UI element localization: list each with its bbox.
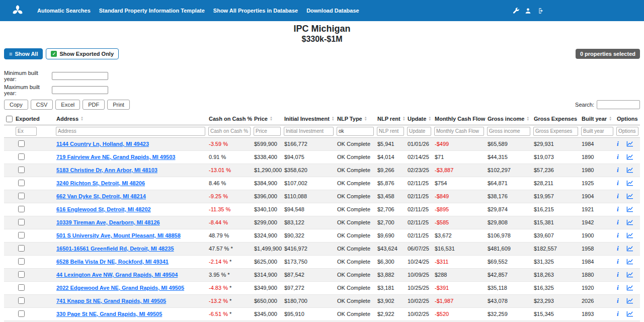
- row-checkbox[interactable]: [18, 245, 25, 252]
- filter-input-coc[interactable]: [208, 127, 251, 136]
- show-exported-only-button[interactable]: ✓ Show Exported Only: [46, 48, 119, 59]
- logout-icon[interactable]: [537, 8, 543, 14]
- info-icon[interactable]: i: [617, 298, 619, 304]
- chart-icon[interactable]: [626, 206, 633, 212]
- chart-icon[interactable]: [626, 298, 633, 304]
- row-checkbox[interactable]: [18, 193, 25, 199]
- row-checkbox[interactable]: [18, 284, 25, 291]
- sort-icon[interactable]: ▲▼: [80, 116, 84, 121]
- info-icon[interactable]: i: [617, 246, 619, 252]
- address-link[interactable]: 719 Fairview Ave NE, Grand Rapids, MI 49…: [56, 154, 175, 160]
- row-checkbox[interactable]: [18, 219, 25, 225]
- info-icon[interactable]: i: [617, 141, 619, 147]
- info-icon[interactable]: i: [617, 272, 619, 278]
- filter-input-address[interactable]: [56, 127, 205, 136]
- column-header-nlp_type[interactable]: NLP Type▲▼: [335, 113, 375, 125]
- search-input[interactable]: [597, 100, 640, 109]
- sort-icon[interactable]: ▲▼: [332, 116, 335, 121]
- column-header-update[interactable]: Update▲▼: [406, 113, 433, 125]
- copy-button[interactable]: Copy: [4, 100, 28, 110]
- chart-icon[interactable]: [626, 180, 633, 186]
- row-checkbox[interactable]: [18, 297, 25, 304]
- nav-item-standard-property-template[interactable]: Standard Property Information Template: [99, 8, 205, 14]
- column-header-options[interactable]: Options▲▼: [615, 113, 640, 125]
- column-header-nlp_rent[interactable]: NLP rent▲▼: [375, 113, 406, 125]
- row-checkbox[interactable]: [18, 167, 25, 173]
- address-link[interactable]: 662 Van Dyke St, Detroit, MI 48214: [56, 193, 146, 199]
- column-header-address[interactable]: Address▲▼: [54, 113, 207, 125]
- address-link[interactable]: 10339 Tireman Ave, Dearborn, MI 48126: [56, 219, 160, 225]
- chart-icon[interactable]: [626, 285, 633, 291]
- chart-icon[interactable]: [626, 259, 633, 265]
- filter-input-gross_expenses[interactable]: [533, 127, 578, 136]
- select-all-checkbox[interactable]: [6, 116, 13, 122]
- nav-item-automatic-searches[interactable]: Automatic Searches: [37, 8, 91, 14]
- chart-icon[interactable]: [626, 154, 633, 160]
- sort-icon[interactable]: ▲▼: [579, 116, 580, 121]
- address-link[interactable]: 3240 Richton St, Detroit, MI 48206: [56, 180, 145, 186]
- excel-button[interactable]: Excel: [55, 100, 80, 110]
- address-link[interactable]: 16501-16561 Greenfield Rd, Detroit, MI 4…: [56, 246, 174, 252]
- filter-input-exported[interactable]: [16, 127, 37, 136]
- print-button[interactable]: Print: [107, 100, 130, 110]
- filter-input-update[interactable]: [407, 127, 431, 136]
- info-icon[interactable]: i: [617, 285, 619, 291]
- row-checkbox[interactable]: [18, 310, 25, 317]
- row-checkbox[interactable]: [18, 258, 25, 265]
- user-icon[interactable]: [525, 8, 531, 14]
- address-link[interactable]: 6528 Bella Vista Dr NE, Rockford, MI 493…: [56, 259, 169, 265]
- chart-icon[interactable]: [626, 141, 633, 147]
- info-icon[interactable]: i: [617, 154, 619, 160]
- csv-button[interactable]: CSV: [31, 100, 53, 110]
- chart-icon[interactable]: [626, 219, 633, 225]
- info-icon[interactable]: i: [617, 232, 619, 238]
- info-icon[interactable]: i: [617, 219, 619, 225]
- row-checkbox[interactable]: [18, 232, 25, 238]
- pdf-button[interactable]: PDF: [83, 100, 105, 110]
- row-checkbox[interactable]: [18, 153, 25, 160]
- column-header-monthly_cash_flow[interactable]: Monthly Cash Flow▲▼: [433, 113, 486, 125]
- filter-input-gross_income[interactable]: [487, 127, 530, 136]
- row-checkbox[interactable]: [18, 271, 25, 278]
- info-icon[interactable]: i: [617, 193, 619, 199]
- address-link[interactable]: 44 Lexington Ave NW, Grand Rapids, MI 49…: [56, 272, 178, 278]
- chart-icon[interactable]: [626, 311, 633, 317]
- column-header-price[interactable]: Price▲▼: [252, 113, 282, 125]
- chart-icon[interactable]: [626, 167, 633, 173]
- chart-icon[interactable]: [626, 272, 633, 278]
- nav-item-download-database[interactable]: Download Database: [306, 8, 359, 14]
- chart-icon[interactable]: [626, 246, 633, 252]
- info-icon[interactable]: i: [617, 206, 619, 212]
- show-all-button[interactable]: ≡ Show All: [4, 48, 43, 59]
- row-checkbox[interactable]: [18, 180, 25, 186]
- sort-icon[interactable]: ▲▼: [526, 116, 529, 121]
- address-link[interactable]: 501 S University Ave, Mount Pleasant, MI…: [56, 232, 181, 238]
- column-header-gross_income[interactable]: Gross income▲▼: [486, 113, 532, 125]
- sort-icon[interactable]: ▲▼: [270, 116, 273, 121]
- chart-icon[interactable]: [626, 193, 633, 199]
- address-link[interactable]: 741 Knapp St NE, Grand Rapids, MI 49505: [56, 298, 166, 304]
- address-link[interactable]: 2022 Edgewood Ave NE, Grand Rapids, MI 4…: [56, 285, 184, 291]
- row-checkbox[interactable]: [18, 206, 25, 212]
- min-built-year-input[interactable]: [52, 72, 108, 80]
- filter-input-initial_investment[interactable]: [284, 127, 334, 136]
- filter-input-built_year[interactable]: [581, 127, 613, 136]
- sort-icon[interactable]: ▲▼: [364, 116, 367, 121]
- filter-input-nlp_type[interactable]: [337, 127, 374, 136]
- sort-icon[interactable]: ▲▼: [609, 116, 612, 121]
- sort-icon[interactable]: ▲▼: [428, 116, 431, 121]
- info-icon[interactable]: i: [617, 259, 619, 265]
- info-icon[interactable]: i: [617, 180, 619, 186]
- info-icon[interactable]: i: [617, 311, 619, 317]
- address-link[interactable]: 5183 Christine Dr, Ann Arbor, MI 48103: [56, 167, 157, 173]
- wrench-icon[interactable]: [513, 8, 519, 14]
- column-header-built_year[interactable]: Built year▲▼: [580, 113, 615, 125]
- app-logo-icon[interactable]: [11, 4, 24, 17]
- address-link[interactable]: 1144 Country Ln, Holland, MI 49423: [56, 141, 149, 147]
- column-header-gross_expenses[interactable]: Gross Expenses▲▼: [532, 113, 580, 125]
- address-link[interactable]: 330 Page St NE, Grand Rapids, MI 49505: [56, 311, 162, 317]
- column-header-coc[interactable]: Cash on Cash %▲▼: [207, 113, 252, 125]
- max-built-year-input[interactable]: [52, 86, 108, 94]
- address-link[interactable]: 616 Englewood St, Detroit, MI 48202: [56, 206, 151, 212]
- info-icon[interactable]: i: [617, 167, 619, 173]
